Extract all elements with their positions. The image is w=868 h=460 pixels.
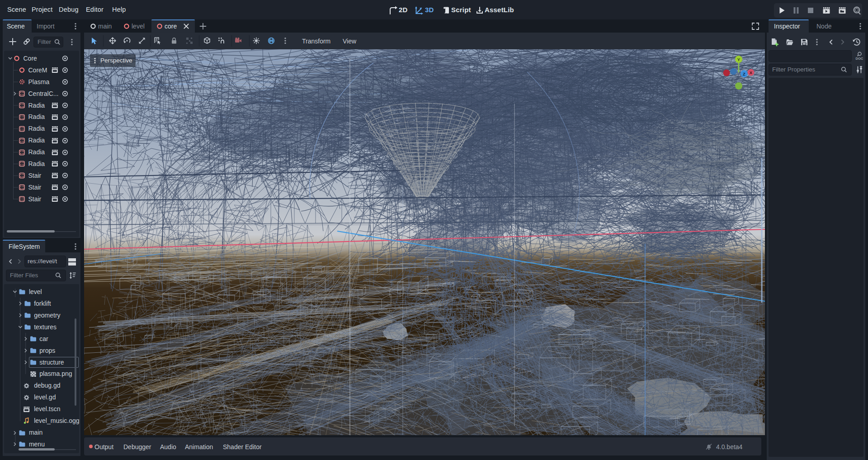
svg-text:X: X <box>750 70 753 75</box>
svg-text:DOC: DOC <box>856 57 863 61</box>
svg-text:Y: Y <box>737 57 741 62</box>
svg-text:Z: Z <box>743 71 745 76</box>
